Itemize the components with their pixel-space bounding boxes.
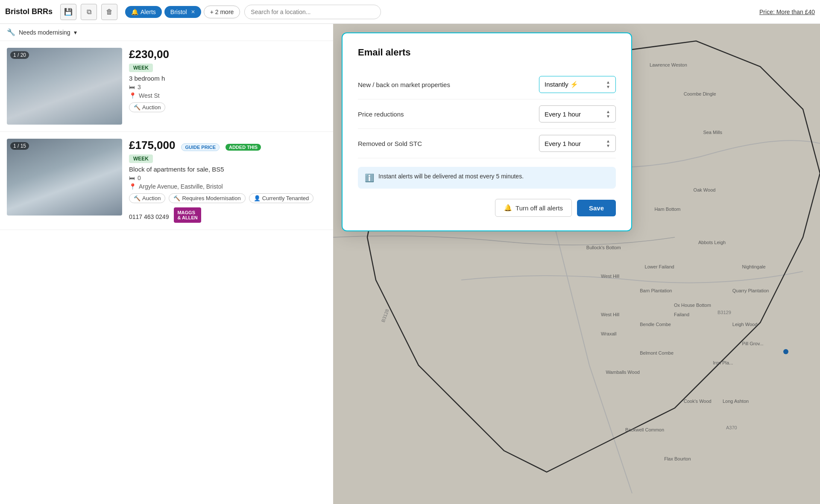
tab-alerts-label: Alerts xyxy=(141,9,156,15)
filter-dropdown[interactable]: ▾ xyxy=(74,29,77,36)
map-area: B3128 B3129 A370 Lawrence WestonCoombe D… xyxy=(333,24,820,504)
prop-tags-2: 🔨 Auction 🔨 Requires Modernisation 👤 Cur… xyxy=(129,193,326,203)
prop-location-1: 📍 West St xyxy=(129,92,326,99)
property-image-2: 1 / 15 xyxy=(7,139,122,216)
location-pin-icon-2: 📍 xyxy=(129,183,136,190)
prop-type-1: 3 bedroom h xyxy=(129,75,326,82)
save-button[interactable]: Save xyxy=(577,200,616,216)
alert-row-removed-sold: Removed or Sold STC Every 1 hour ▲▼ xyxy=(358,129,616,158)
delete-icon-button[interactable]: 🗑 xyxy=(101,4,117,20)
hammer-icon-1: 🔨 xyxy=(134,104,141,111)
modal-title: Email alerts xyxy=(358,47,616,58)
select-arrows-2: ▲▼ xyxy=(606,109,610,119)
app-title: Bristol BRRs xyxy=(5,7,53,16)
property-image-1: 1 / 20 xyxy=(7,48,122,125)
left-panel: 🔧 Needs modernising ▾ 1 / 20 £230,00 WEE… xyxy=(0,24,333,504)
property-details-1: £230,00 WEEK 3 bedroom h 🛏 3 📍 West St 🔨 xyxy=(129,48,326,125)
person-icon-2: 👤 xyxy=(254,195,261,201)
bed-count-2: 0 xyxy=(138,175,141,181)
prop-tags-1: 🔨 Auction xyxy=(129,102,326,112)
tab-bristol[interactable]: Bristol ✕ xyxy=(164,6,201,18)
alert-row-price-reductions: Price reductions Every 1 hour ▲▼ xyxy=(358,99,616,129)
prop-tag-auction-2: 🔨 Auction xyxy=(129,193,165,203)
property-price-2: £175,000 xyxy=(129,139,175,152)
price-filter[interactable]: Price: More than £40 xyxy=(759,9,815,15)
hammer-icon-2: 🔨 xyxy=(134,195,141,201)
top-bar: Bristol BRRs 💾 ⧉ 🗑 🔔 Alerts Bristol ✕ + … xyxy=(0,0,820,24)
tab-more[interactable]: + 2 more xyxy=(204,6,240,18)
wrench-icon-2: 🔨 xyxy=(173,195,180,201)
search-location-input[interactable] xyxy=(244,5,381,19)
tab-alerts[interactable]: 🔔 Alerts xyxy=(125,6,162,18)
main-layout: 🔧 Needs modernising ▾ 1 / 20 £230,00 WEE… xyxy=(0,24,820,504)
image-counter-2: 1 / 15 xyxy=(10,142,29,150)
prop-tag-auction-1: 🔨 Auction xyxy=(129,102,165,112)
property-card-2: 1 / 15 £175,000 GUIDE PRICE ADDED THIS W… xyxy=(0,132,333,230)
location-text-1: West St xyxy=(139,92,160,99)
alert-row-new-market: New / back on market properties Instantl… xyxy=(358,70,616,99)
property-details-2: £175,000 GUIDE PRICE ADDED THIS WEEK Blo… xyxy=(129,139,326,223)
week-badge-2: WEEK xyxy=(129,154,153,163)
alert-label-new-market: New / back on market properties xyxy=(358,81,450,88)
tab-group: 🔔 Alerts Bristol ✕ + 2 more xyxy=(125,6,240,18)
modal-actions: 🔔 Turn off all alerts Save xyxy=(358,199,616,217)
filter-icon: 🔧 xyxy=(7,28,15,36)
location-pin-icon-1: 📍 xyxy=(129,92,136,99)
alert-select-value-removed-sold: Every 1 hour xyxy=(545,140,581,147)
filter-bar: 🔧 Needs modernising ▾ xyxy=(0,24,333,41)
info-box: ℹ️ Instant alerts will be delivered at m… xyxy=(358,167,616,189)
location-text-2: Argyle Avenue, Eastville, Bristol xyxy=(139,183,223,190)
copy-icon-button[interactable]: ⧉ xyxy=(81,4,97,20)
modal-overlay: Email alerts New / back on market proper… xyxy=(333,24,820,504)
added-badge: ADDED THIS xyxy=(226,144,261,151)
property-price-1: £230,00 xyxy=(129,48,169,61)
property-card-1: 1 / 20 £230,00 WEEK 3 bedroom h 🛏 3 📍 We… xyxy=(0,41,333,132)
save-icon-button[interactable]: 💾 xyxy=(60,4,76,20)
prop-type-2: Block of apartments for sale, BS5 xyxy=(129,166,326,173)
tab-bristol-close[interactable]: ✕ xyxy=(191,9,195,15)
image-counter-1: 1 / 20 xyxy=(10,51,29,59)
bed-icon-1: 🛏 xyxy=(129,84,135,90)
alert-label-removed-sold: Removed or Sold STC xyxy=(358,140,422,147)
turn-off-label: Turn off all alerts xyxy=(515,204,563,212)
alert-select-removed-sold[interactable]: Every 1 hour ▲▼ xyxy=(539,135,616,152)
prop-location-2: 📍 Argyle Avenue, Eastville, Bristol xyxy=(129,183,326,190)
alert-select-value-new-market: Instantly ⚡ xyxy=(545,81,578,88)
prop-tag-tenanted: 👤 Currently Tenanted xyxy=(249,193,314,203)
bell-slash-icon: 🔔 xyxy=(504,204,512,212)
agent-logo-2: MAGGS& ALLEN xyxy=(174,207,201,223)
guide-price-badge: GUIDE PRICE xyxy=(181,143,220,151)
filter-label: Needs modernising xyxy=(19,29,70,36)
phone-number-2: 0117 463 0249 xyxy=(129,213,169,220)
bed-icon-2: 🛏 xyxy=(129,175,135,181)
prop-tag-modernisation: 🔨 Requires Modernisation xyxy=(169,193,245,203)
select-arrows-3: ▲▼ xyxy=(606,139,610,148)
bed-count-1: 3 xyxy=(138,84,141,90)
select-arrows-1: ▲▼ xyxy=(606,80,610,89)
alert-select-price-reductions[interactable]: Every 1 hour ▲▼ xyxy=(539,105,616,122)
tab-bristol-label: Bristol xyxy=(170,9,187,15)
alert-label-price-reductions: Price reductions xyxy=(358,111,404,118)
email-alerts-modal: Email alerts New / back on market proper… xyxy=(342,32,632,231)
prop-meta-1: 🛏 3 xyxy=(129,84,326,90)
week-badge-1: WEEK xyxy=(129,64,153,72)
alert-select-value-price-reductions: Every 1 hour xyxy=(545,111,581,118)
bell-tab-icon: 🔔 xyxy=(131,9,138,15)
turn-off-alerts-button[interactable]: 🔔 Turn off all alerts xyxy=(495,199,572,217)
alert-select-new-market[interactable]: Instantly ⚡ ▲▼ xyxy=(539,76,616,93)
info-icon: ℹ️ xyxy=(365,173,374,183)
prop-meta-2: 🛏 0 xyxy=(129,175,326,181)
info-text: Instant alerts will be delivered at most… xyxy=(378,173,524,180)
